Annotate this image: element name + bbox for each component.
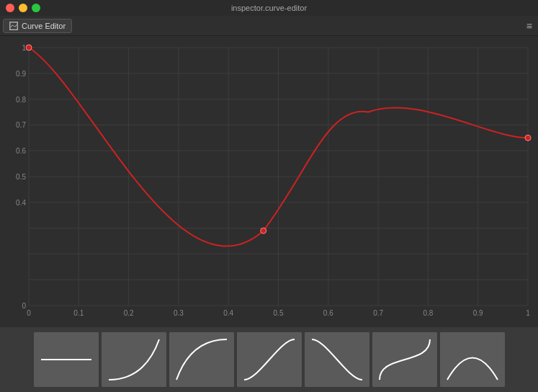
preset-ease-in[interactable]	[102, 332, 166, 387]
curve-editor-tab[interactable]: Curve Editor	[3, 19, 72, 33]
tab-label: Curve Editor	[22, 22, 66, 30]
window-title: inspector.curve-editor	[231, 4, 307, 12]
title-bar: inspector.curve-editor	[0, 0, 538, 16]
window-controls	[6, 4, 40, 12]
hamburger-menu-button[interactable]: ≡	[526, 21, 532, 31]
main-area: startDelay	[0, 36, 538, 392]
tab-bar: Curve Editor ≡	[0, 16, 538, 36]
preset-ease-out[interactable]	[169, 332, 234, 387]
svg-rect-4	[169, 332, 234, 387]
svg-rect-3	[102, 332, 166, 387]
preset-ease-out-in[interactable]	[305, 332, 369, 387]
preset-s-curve[interactable]	[372, 332, 437, 387]
chart-area[interactable]: startDelay	[0, 36, 538, 327]
preset-ease-in-out[interactable]	[237, 332, 302, 387]
minimize-button[interactable]	[19, 4, 27, 12]
preset-flat[interactable]	[34, 332, 99, 387]
close-button[interactable]	[6, 4, 14, 12]
presets-bar	[0, 327, 538, 392]
curve-chart[interactable]	[0, 36, 538, 327]
maximize-button[interactable]	[32, 4, 40, 12]
preset-bell[interactable]	[440, 332, 505, 387]
tab-icon	[9, 22, 18, 30]
svg-rect-8	[440, 332, 505, 387]
